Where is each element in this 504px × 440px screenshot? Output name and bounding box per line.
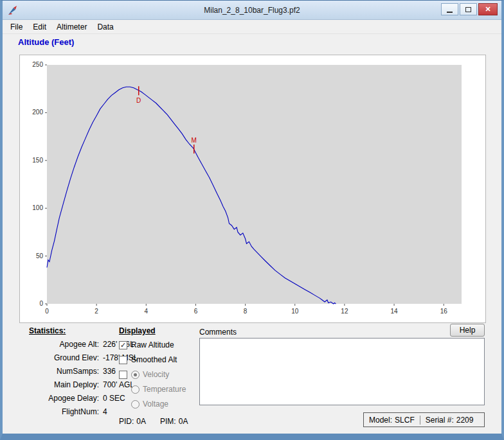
minimize-icon	[447, 12, 453, 13]
svg-text:12: 12	[341, 308, 348, 315]
stat-label-main-deploy: Main Deploy:	[21, 380, 99, 389]
svg-text:10: 10	[291, 308, 299, 315]
window-title: Milan_2_8_10bar_Flug3.pf2	[3, 6, 501, 15]
model-label: Model:	[369, 416, 392, 425]
menu-altimeter[interactable]: Altimeter	[51, 21, 92, 33]
raw-altitude-row: ✓ Raw Altitude	[119, 340, 196, 350]
serial-label: Serial #:	[426, 416, 454, 425]
pid-value: 0A	[136, 417, 146, 426]
minimize-button[interactable]	[441, 3, 458, 15]
svg-text:100: 100	[32, 204, 43, 211]
velocity-radio	[131, 371, 140, 379]
serial-segment: Serial #:2209	[420, 416, 479, 425]
raw-altitude-checkbox[interactable]: ✓	[119, 341, 127, 349]
velocity-label: Velocity	[143, 370, 169, 379]
smoothed-alt-checkbox[interactable]	[119, 356, 127, 364]
stat-label-apogee-alt: Apogee Alt:	[21, 340, 99, 349]
comments-textarea[interactable]	[199, 338, 485, 405]
radio-dot-icon	[134, 373, 137, 376]
maximize-button[interactable]	[460, 3, 477, 15]
svg-text:8: 8	[244, 308, 248, 315]
svg-text:4: 4	[145, 308, 148, 315]
serial-value: 2209	[456, 416, 474, 425]
stat-label-flightnum: FlightNum:	[21, 407, 99, 416]
svg-text:14: 14	[391, 308, 399, 315]
temperature-row: Temperature	[131, 384, 196, 394]
voltage-label: Voltage	[143, 400, 168, 409]
voltage-radio	[131, 400, 140, 409]
svg-text:200: 200	[32, 109, 43, 116]
svg-text:250: 250	[32, 61, 43, 68]
svg-text:0: 0	[45, 308, 49, 315]
model-value: SLCF	[395, 416, 415, 425]
temperature-radio	[131, 385, 140, 394]
close-button[interactable]: ✕	[478, 3, 498, 15]
voltage-row: Voltage	[131, 399, 196, 409]
smoothed-alt-label: Smoothed Alt	[131, 355, 177, 364]
menu-edit[interactable]: Edit	[28, 21, 51, 33]
svg-text:M: M	[192, 137, 197, 144]
altitude-chart-panel: 0501001502002500246810121416DM	[19, 55, 486, 323]
stat-label-numsamps: NumSamps:	[21, 367, 99, 376]
svg-text:150: 150	[32, 157, 43, 164]
pim-label: PIM:	[160, 417, 176, 426]
stat-label-ground-elev: Ground Elev:	[21, 353, 99, 362]
statistics-heading: Statistics:	[29, 326, 117, 335]
displayed-block: Displayed ✓ Raw Altitude Smoothed Alt Ve…	[119, 326, 196, 426]
menu-data[interactable]: Data	[92, 21, 118, 33]
app-window: Milan_2_8_10bar_Flug3.pf2 ✕ File Edit Al…	[0, 0, 504, 440]
app-rocket-icon[interactable]	[8, 5, 18, 15]
chart-title: Altitude (Feet)	[18, 37, 74, 47]
altitude-chart: 0501001502002500246810121416DM	[21, 57, 484, 321]
title-bar: Milan_2_8_10bar_Flug3.pf2 ✕	[3, 1, 501, 20]
temperature-label: Temperature	[143, 385, 186, 394]
maximize-icon	[465, 7, 471, 12]
stat-label-apogee-delay: Apogee Delay:	[21, 394, 99, 403]
model-serial-box: Model:SLCF Serial #:2209	[363, 412, 485, 427]
model-segment: Model:SLCF	[364, 416, 420, 425]
pid-label: PID:	[119, 417, 134, 426]
pid-pim-row: PID:0APIM:0A	[119, 417, 196, 426]
svg-text:D: D	[136, 97, 141, 104]
velocity-row: Velocity	[119, 369, 196, 380]
raw-altitude-label: Raw Altitude	[131, 340, 174, 349]
statistics-block: Statistics: Apogee Alt: 226' AGL Ground …	[21, 326, 117, 416]
displayed-heading: Displayed	[119, 326, 196, 335]
svg-text:50: 50	[36, 252, 44, 260]
svg-text:2: 2	[94, 308, 98, 315]
svg-text:16: 16	[440, 308, 448, 315]
help-button[interactable]: Help	[450, 324, 485, 337]
smoothed-alt-row: Smoothed Alt	[119, 355, 196, 365]
velocity-checkbox[interactable]	[119, 371, 127, 379]
pim-value: 0A	[179, 417, 188, 426]
client-area: Altitude (Feet) 050100150200250024681012…	[3, 34, 501, 434]
svg-text:6: 6	[194, 308, 198, 315]
svg-text:0: 0	[39, 300, 43, 307]
comments-heading: Comments	[199, 328, 237, 337]
close-icon: ✕	[485, 5, 491, 13]
menu-file[interactable]: File	[5, 21, 28, 33]
menu-bar: File Edit Altimeter Data	[3, 20, 501, 34]
check-icon: ✓	[120, 342, 126, 349]
